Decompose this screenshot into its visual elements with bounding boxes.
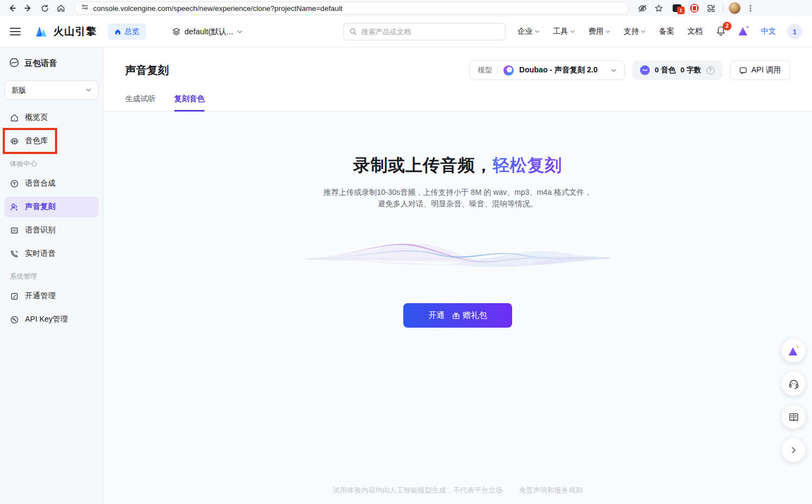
divider [497, 66, 498, 75]
menu-hamburger-icon[interactable] [10, 28, 21, 35]
tab-bar: 生成试听 复刻音色 [103, 94, 812, 112]
nav-support[interactable]: 支持 [624, 27, 646, 36]
sidebar-item-activation[interactable]: 开通管理 [4, 286, 99, 306]
home-icon[interactable] [54, 2, 67, 15]
sidebar-item-asr[interactable]: 语音识别 [4, 220, 99, 241]
tab-generate-preview[interactable]: 生成试听 [125, 94, 156, 111]
disclaimer-link[interactable]: 免责声明和服务规则 [519, 485, 583, 495]
console-header: 火山引擎 总览 default(默认... 企业 工具 费用 支持 [0, 16, 812, 47]
extension-adblock-icon[interactable]: 1 [673, 4, 681, 12]
extension-badge: 1 [677, 7, 685, 14]
model-selector[interactable]: 模型 Doubao - 声音复刻 2.0 [470, 60, 625, 80]
gift-package: 赠礼包 [452, 310, 487, 321]
sidebar-item-voice-clone[interactable]: 声音复刻 [4, 196, 99, 217]
chevron-down-icon [641, 29, 646, 34]
search-input[interactable] [361, 28, 500, 36]
docs-button[interactable] [782, 405, 805, 429]
extensions-puzzle-icon[interactable] [704, 2, 717, 15]
page-title: 声音复刻 [125, 63, 169, 78]
address-bar[interactable]: console.volcengine.com/speech/new/experi… [74, 2, 629, 15]
tab-clone-voice[interactable]: 复刻音色 [174, 94, 205, 111]
sidebar-item-overview[interactable]: 概览页 [4, 107, 99, 128]
hero-title: 录制或上传音频，轻松复刻 [103, 154, 812, 177]
language-switcher[interactable]: 中文 [761, 27, 776, 36]
sidebar-item-voice-library[interactable]: 音色库 [4, 131, 99, 151]
product-search[interactable] [343, 23, 506, 40]
activate-button[interactable]: 开通 赠礼包 [403, 303, 512, 328]
project-name: default(默认... [184, 27, 233, 37]
collapse-button[interactable] [782, 438, 805, 462]
toolbar-divider [723, 4, 723, 13]
nav-docs[interactable]: 文档 [687, 27, 703, 36]
project-selector[interactable]: default(默认... [172, 27, 243, 37]
product-name: 豆包语音 [24, 58, 57, 69]
extension-red-icon[interactable] [690, 4, 699, 13]
nav-billing[interactable]: 费用 [588, 27, 611, 36]
layers-icon [172, 27, 181, 36]
notification-badge: 2 [723, 22, 731, 30]
api-chat-icon [739, 66, 747, 75]
chevron-down-icon [605, 29, 611, 34]
chevron-down-icon [611, 67, 617, 73]
api-call-button[interactable]: API 调用 [730, 60, 790, 80]
nav-icp[interactable]: 备案 [659, 27, 674, 36]
notification-bell-icon[interactable]: 2 [716, 26, 726, 38]
waveform-graphic [103, 230, 812, 285]
usage-voices: 0 音色 [655, 65, 675, 75]
speech-recognition-icon [9, 225, 19, 235]
floating-buttons [782, 339, 805, 462]
bookmark-star-icon[interactable] [652, 2, 665, 15]
content-area: 录制或上传音频，轻松复刻 推荐上传或录制10-30s音频，上传支持小于 8M 的… [103, 112, 812, 504]
sidebar-section-experience: 体验中心 [4, 154, 99, 173]
open-book-icon [788, 411, 799, 423]
usage-characters: 0 字数 [680, 65, 701, 75]
speech-synthesis-icon [9, 179, 19, 188]
url-text[interactable]: console.volcengine.com/speech/new/experi… [93, 4, 342, 13]
browser-menu-icon[interactable] [744, 2, 757, 15]
sidebar-item-api-key[interactable]: API Key管理 [4, 309, 99, 330]
chevron-down-icon [570, 29, 575, 34]
ai-assistant-button[interactable] [782, 339, 805, 362]
help-icon[interactable]: ? [706, 66, 715, 75]
voice-clone-icon [9, 202, 19, 212]
nav-enterprise[interactable]: 企业 [518, 27, 540, 36]
activation-doc-icon [9, 291, 19, 301]
reload-icon[interactable] [38, 2, 51, 15]
doubao-voice-icon [9, 57, 20, 70]
sidebar-section-system: 系统管理 [4, 267, 99, 286]
support-button[interactable] [782, 372, 805, 396]
chevron-down-icon [85, 87, 91, 93]
sidebar-item-realtime[interactable]: 实时语音 [4, 243, 99, 264]
headset-icon [788, 378, 799, 390]
chevron-down-icon [534, 29, 540, 34]
overview-button[interactable]: 总览 [108, 23, 146, 40]
volcengine-logo[interactable]: 火山引擎 [35, 24, 97, 39]
overview-home-icon [114, 28, 121, 35]
doubao-logo-icon [503, 65, 514, 76]
version-selector[interactable]: 新版 [4, 81, 99, 100]
chevron-down-icon [237, 29, 243, 35]
product-header: 豆包语音 [4, 55, 99, 70]
back-icon[interactable] [5, 2, 19, 15]
gift-label: 赠礼包 [463, 310, 487, 321]
activate-label: 开通 [428, 310, 445, 321]
disclaimer-text: 试用体验内容均由人工智能模型生成，不代表平台立场 [333, 485, 503, 495]
usage-wave-icon [640, 65, 650, 75]
home-outline-icon [9, 113, 19, 122]
content-footer: 试用体验内容均由人工智能模型生成，不代表平台立场 免责声明和服务规则 [103, 485, 812, 495]
ai-mountain-icon [787, 345, 800, 357]
browser-profile-avatar[interactable] [729, 2, 741, 14]
privacy-eye-icon[interactable] [636, 2, 649, 15]
forward-icon[interactable] [22, 2, 35, 15]
browser-toolbar: console.volcengine.com/speech/new/experi… [0, 0, 812, 16]
api-key-icon [9, 315, 19, 324]
model-value: Doubao - 声音复刻 2.0 [519, 65, 598, 75]
account-avatar[interactable]: 1 [787, 24, 802, 39]
ai-assistant-mountain-icon[interactable] [737, 24, 750, 39]
voice-library-icon [9, 136, 19, 146]
search-icon [349, 28, 357, 35]
realtime-voice-phone-icon [9, 249, 19, 259]
site-info-icon[interactable] [81, 3, 89, 13]
sidebar-item-tts[interactable]: 语音合成 [4, 173, 99, 194]
nav-tools[interactable]: 工具 [553, 27, 575, 36]
